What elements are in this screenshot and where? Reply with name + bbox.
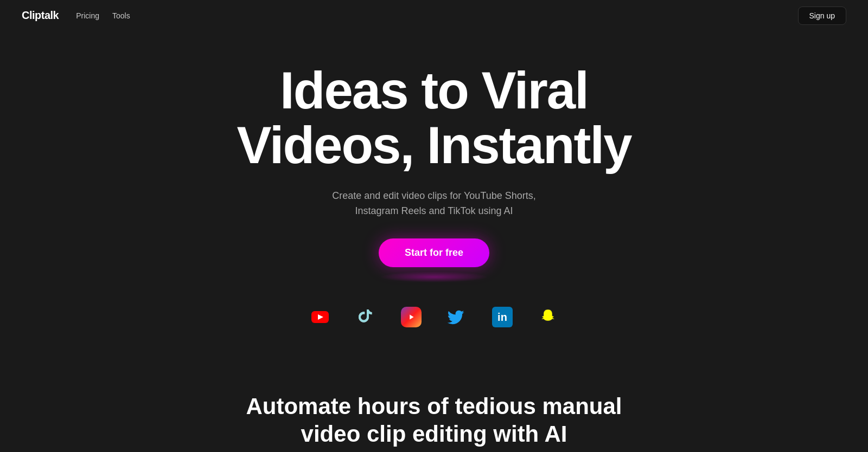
navbar-left: Cliptalk Pricing Tools: [22, 9, 130, 22]
nav-tools[interactable]: Tools: [112, 11, 130, 20]
cta-glow: [380, 272, 488, 282]
hero-subtitle-line2: Instagram Reels and TikTok using AI: [355, 205, 513, 216]
social-icons-row: in: [309, 306, 559, 328]
hero-title-line2: Videos, Instantly: [237, 116, 631, 174]
signup-button[interactable]: Sign up: [798, 7, 846, 25]
instagram-icon: [400, 306, 422, 328]
automate-title: Automate hours of tedious manual video c…: [244, 393, 624, 448]
logo: Cliptalk: [22, 9, 59, 22]
tiktok-icon: [355, 306, 376, 328]
hero-subtitle-line1: Create and edit video clips for YouTube …: [332, 190, 536, 201]
hero-subtitle: Create and edit video clips for YouTube …: [332, 188, 536, 219]
twitter-icon: [446, 306, 468, 328]
linkedin-box: in: [492, 307, 513, 327]
hero-section: Ideas to Viral Videos, Instantly Create …: [0, 31, 868, 382]
snapchat-icon: [537, 306, 559, 328]
cta-button[interactable]: Start for free: [379, 238, 489, 267]
linkedin-icon: in: [492, 306, 513, 328]
hero-title: Ideas to Viral Videos, Instantly: [237, 63, 631, 173]
nav-pricing[interactable]: Pricing: [76, 11, 99, 20]
automate-section: Automate hours of tedious manual video c…: [0, 382, 868, 452]
youtube-icon: [309, 306, 331, 328]
svg-marker-2: [410, 315, 413, 320]
hero-title-line1: Ideas to Viral: [280, 61, 588, 119]
instagram-box: [401, 307, 422, 327]
navbar: Cliptalk Pricing Tools Sign up: [0, 0, 868, 31]
nav-links: Pricing Tools: [76, 11, 130, 20]
